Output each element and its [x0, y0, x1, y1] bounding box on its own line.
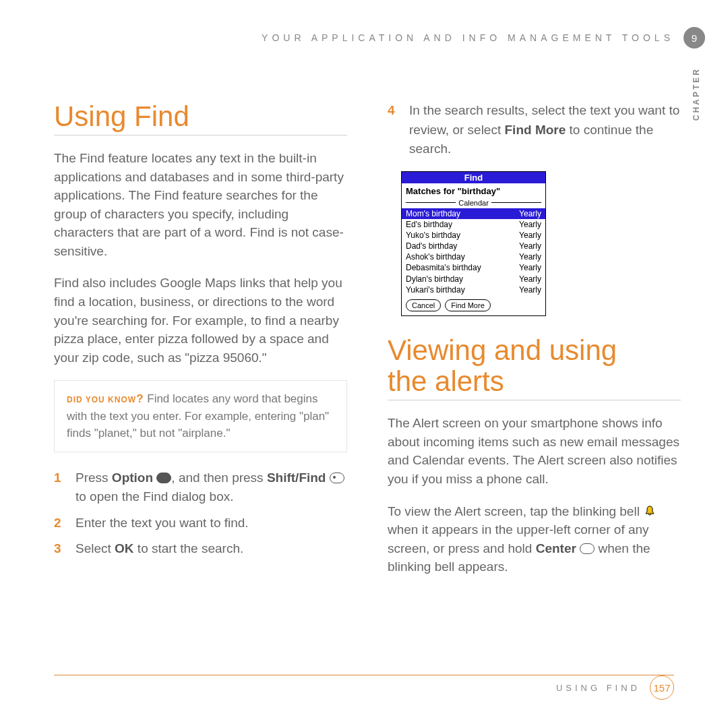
center-key-icon — [580, 543, 595, 554]
find-result-row[interactable]: Dylan's birthdayYearly — [402, 274, 545, 284]
find-dialog-group-label: Calendar — [406, 199, 541, 207]
right-column: In the search results, select the text y… — [388, 101, 681, 654]
step-item: Enter the text you want to find. — [54, 514, 347, 533]
footer-section-label: USING FIND — [556, 683, 640, 693]
find-result-row[interactable]: Dad's birthdayYearly — [402, 241, 545, 251]
bell-icon — [643, 504, 657, 518]
find-result-row[interactable]: Mom's birthdayYearly — [402, 208, 545, 219]
find-dialog-matches-label: Matches for "birthday" — [402, 183, 545, 198]
page-number: 157 — [650, 675, 674, 700]
option-key-icon — [156, 473, 171, 483]
chapter-label-vertical: CHAPTER — [692, 67, 701, 121]
find-more-button[interactable]: Find More — [445, 299, 491, 311]
find-dialog-screenshot: Find Matches for "birthday" Calendar Mom… — [401, 171, 546, 317]
find-result-row[interactable]: Yuko's birthdayYearly — [402, 230, 545, 241]
body-paragraph: To view the Alert screen, tap the blinki… — [388, 502, 681, 576]
find-result-row[interactable]: Debasmita's birthdayYearly — [402, 262, 545, 273]
shift-find-key-icon — [330, 473, 344, 483]
running-header: YOUR APPLICATION AND INFO MANAGEMENT TOO… — [262, 32, 674, 43]
tip-label: DID YOU KNOW? — [67, 395, 144, 404]
did-you-know-box: DID YOU KNOW? Find locates any word that… — [54, 380, 347, 452]
cancel-button[interactable]: Cancel — [406, 299, 441, 311]
step-item: Select OK to start the search. — [54, 539, 347, 559]
find-dialog-title: Find — [402, 172, 545, 183]
find-result-row[interactable]: Ashok's birthdayYearly — [402, 251, 545, 262]
step-item: In the search results, select the text y… — [388, 101, 681, 159]
find-result-row[interactable]: Ed's birthdayYearly — [402, 219, 545, 230]
find-result-row[interactable]: Yukari's birthdayYearly — [402, 284, 545, 295]
section-heading-using-find: Using Find — [54, 101, 347, 135]
section-heading-viewing-alerts: Viewing and using the alerts — [388, 335, 681, 400]
chapter-number-badge: 9 — [684, 27, 705, 49]
step-item: Press Option , and then press Shift/Find… — [54, 468, 347, 507]
body-paragraph: Find also includes Google Maps links tha… — [54, 274, 347, 367]
body-paragraph: The Alert screen on your smartphone show… — [388, 414, 681, 488]
body-paragraph: The Find feature locates any text in the… — [54, 149, 347, 260]
left-column: Using Find The Find feature locates any … — [54, 101, 347, 654]
